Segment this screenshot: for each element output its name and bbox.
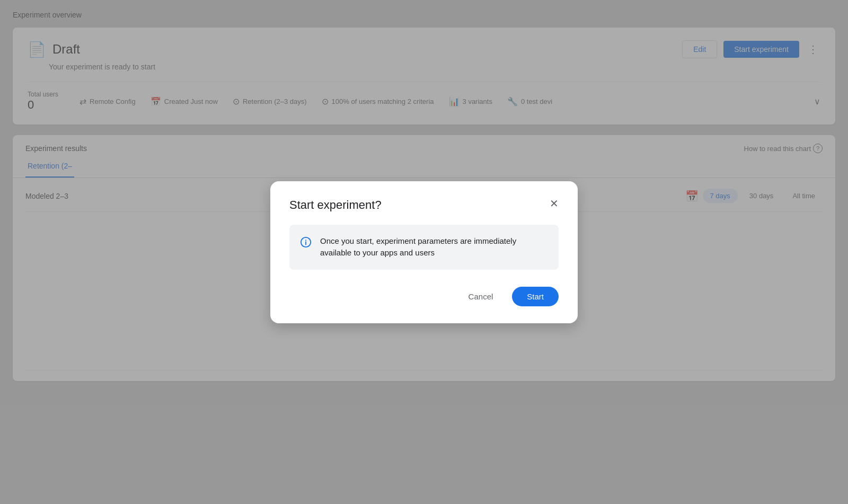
svg-point-2 — [305, 240, 306, 241]
start-button[interactable]: Start — [512, 287, 559, 306]
modal-actions: Cancel Start — [289, 287, 559, 306]
cancel-button[interactable]: Cancel — [456, 287, 506, 306]
modal-title: Start experiment? — [289, 198, 382, 212]
modal-info-box: Once you start, experiment parameters ar… — [289, 225, 559, 270]
modal-close-button[interactable]: ✕ — [550, 198, 559, 209]
start-experiment-modal: Start experiment? ✕ Once you start, expe… — [270, 181, 578, 323]
modal-info-text: Once you start, experiment parameters ar… — [320, 235, 548, 259]
modal-overlay: Start experiment? ✕ Once you start, expe… — [0, 0, 848, 504]
modal-header: Start experiment? ✕ — [289, 198, 559, 212]
info-icon — [300, 236, 312, 251]
